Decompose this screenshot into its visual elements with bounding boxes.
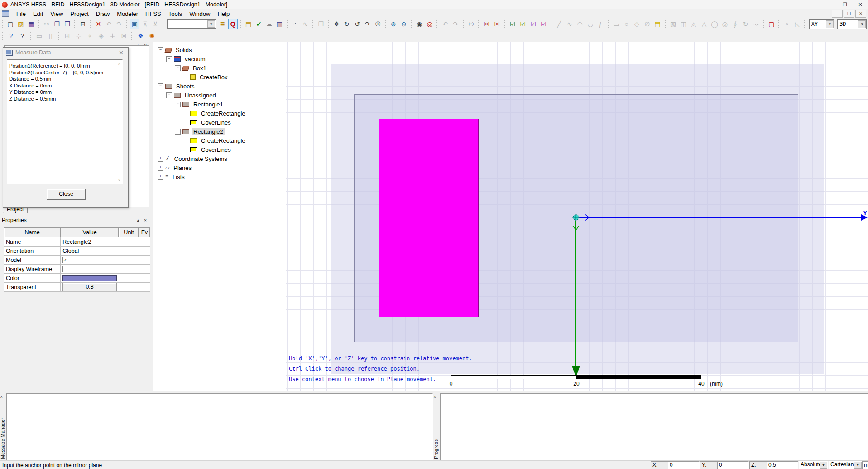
mdi-close-button[interactable]: ✕ [855,10,866,18]
expand-icon[interactable]: + [158,165,163,171]
visibility-eye-icon[interactable]: ☉ [466,19,476,29]
measure-dialog-close-icon[interactable]: ✕ [117,49,125,56]
menu-hfss[interactable]: HFSS [142,10,165,18]
menu-window[interactable]: Window [186,10,214,18]
property-value[interactable]: ✓ [61,256,119,265]
rotate-screen-icon[interactable]: ↷ [363,19,372,29]
menu-project[interactable]: Project [67,10,92,18]
tree-item-lists[interactable]: +≡Lists [158,172,186,181]
expand-icon[interactable]: + [158,174,163,180]
snap-edge-icon[interactable]: ⊹ [73,31,84,41]
tree-item-solids[interactable]: −Solids [158,45,193,54]
draw-polyhedron-icon[interactable]: ◬ [689,19,699,29]
hide-object-icon[interactable]: ☒ [492,19,502,29]
draw-spiral-icon[interactable]: ↻ [741,19,750,29]
measure-position-icon[interactable]: ❖ [135,31,146,41]
modeler-viewport[interactable]: Y Hold 'X','Y', or 'Z' key to constrain … [286,42,868,391]
mdi-minimize-button[interactable]: — [832,10,843,18]
tree-item-box1[interactable]: −Box1 [175,63,208,73]
zoom-1-1-icon[interactable]: ① [373,19,383,29]
drawing-plane-select[interactable]: XY▼ [809,19,834,29]
draw-polygon-icon[interactable]: ◇ [632,19,642,29]
draw-torus-icon[interactable]: ◎ [720,19,729,29]
local-machine-icon[interactable]: ▣ [130,19,139,29]
minimize-button[interactable]: — [822,0,837,9]
plot-fields-icon[interactable]: ∿ [301,19,310,29]
collapse-icon[interactable]: − [158,83,163,89]
measure-close-button[interactable]: Close [47,189,86,200]
collapse-icon[interactable]: − [166,92,172,98]
fit-all-icon[interactable]: ◉ [415,19,424,29]
tree-item-createrectangle[interactable]: CreateRectangle [183,109,247,118]
align-face-icon[interactable]: ◈ [96,31,106,41]
view-undo-icon[interactable]: ↶ [441,19,450,29]
grid-plane-icon[interactable]: ▭ [34,31,44,41]
tree-item-sheets[interactable]: −Sheets [158,82,196,91]
property-value[interactable]: Rectangle2 [61,237,119,247]
remote-machine-icon[interactable]: ⊼ [140,19,150,29]
message-manager-close-icon[interactable]: x [0,394,3,399]
undo-icon[interactable]: ↶ [104,19,114,29]
fit-selection-icon[interactable]: ◎ [425,19,435,29]
profile-icon[interactable]: ▤ [244,19,253,29]
property-value[interactable] [61,274,119,283]
draw-point-icon[interactable]: ∘ [782,19,792,29]
show-sheet-icon[interactable]: ☑ [528,19,538,29]
copy-image-icon[interactable]: ❐ [316,19,326,29]
paste-icon[interactable]: ❒ [62,19,72,29]
measure-dialog-titlebar[interactable]: Measure Data ✕ [3,48,128,58]
rotate-axis-icon[interactable]: ↺ [352,19,362,29]
tree-item-coordinate-systems[interactable]: +∠Coordinate Systems [158,154,229,163]
draw-ellipse-icon[interactable]: ∅ [643,19,652,29]
progress-close-icon[interactable]: x [434,394,436,399]
mdi-document-icon[interactable] [2,10,9,17]
collapse-icon[interactable]: − [158,47,163,53]
sweep-note-icon[interactable]: ▤ [653,19,662,29]
align-vertex-icon[interactable]: ⊠ [119,31,129,41]
measure-data-icon[interactable]: ✺ [147,31,157,41]
menu-tools[interactable]: Tools [165,10,186,18]
q-matrix-icon[interactable]: Q [228,19,238,29]
analyze-all-icon[interactable]: ☁ [264,19,274,29]
checkbox-unchecked[interactable] [62,266,63,272]
tree-item-coverlines[interactable]: CoverLines [183,118,232,127]
chevron-down-icon[interactable]: ▼ [858,20,866,28]
view-mode-select[interactable]: 3D▼ [837,19,867,29]
wireframe-box-icon[interactable]: ▢ [767,19,776,29]
context-help-icon[interactable]: ? [17,31,28,41]
mdi-restore-button[interactable]: ❐ [844,10,854,18]
scroll-up-icon[interactable]: ∧ [118,61,121,68]
menu-draw[interactable]: Draw [92,10,113,18]
scroll-down-icon[interactable]: ∨ [118,177,121,184]
snap-center-icon[interactable]: ⌖ [85,31,95,41]
zoom-in-icon[interactable]: ⊕ [388,19,398,29]
collapse-icon[interactable]: − [175,129,181,135]
chevron-down-icon[interactable]: ▼ [854,462,862,469]
tree-item-vacuum[interactable]: −vacuum [166,54,207,63]
menu-file[interactable]: File [13,10,29,18]
align-edge-icon[interactable]: ∔ [107,31,118,41]
chevron-down-icon[interactable]: ▼ [207,20,215,28]
help-topics-icon[interactable]: ? [6,31,16,41]
draw-cylinder-icon[interactable]: ◫ [679,19,688,29]
tree-item-unassigned[interactable]: −Unassigned [166,91,217,100]
menu-edit[interactable]: Edit [29,10,47,18]
expand-icon[interactable]: + [158,156,163,162]
collapse-icon[interactable]: − [175,102,181,107]
collapse-icon[interactable]: − [175,65,181,71]
draw-equation-curve-icon[interactable]: ƒ [596,19,605,29]
rectangle2-sheet-selected[interactable] [379,119,479,317]
snap-vertex-icon[interactable]: ⊞ [62,31,72,41]
x-coordinate-field[interactable]: 0 [668,461,700,469]
draw-cone-icon[interactable]: △ [700,19,709,29]
chevron-down-icon[interactable]: ▼ [826,20,834,28]
print-icon[interactable]: ⊟ [78,19,88,29]
view-redo-icon[interactable]: ↷ [451,19,460,29]
coordinate-mode-select[interactable]: Absolute ▼ [799,461,828,469]
tree-item-coverlines[interactable]: CoverLines [183,145,232,154]
menu-help[interactable]: Help [214,10,233,18]
new-file-icon[interactable]: ▢ [5,19,15,29]
distributed-machine-icon[interactable]: ⊻ [151,19,160,29]
redo-icon[interactable]: ↷ [115,19,124,29]
draw-bondwire-icon[interactable]: ↝ [751,19,761,29]
